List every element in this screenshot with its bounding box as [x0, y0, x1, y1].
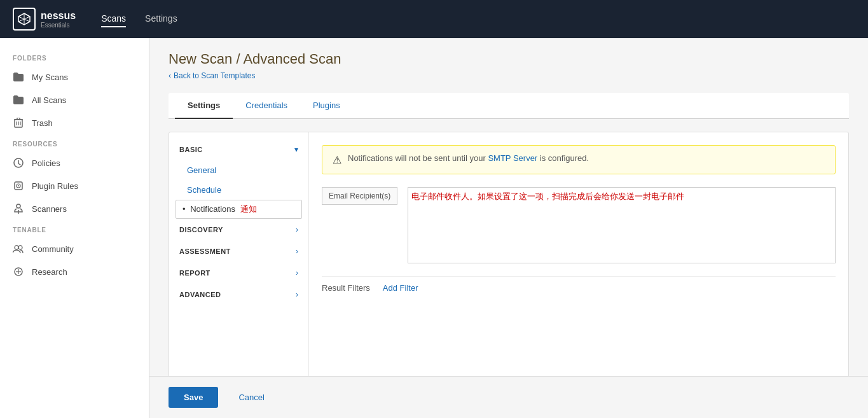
community-label: Community [32, 244, 74, 254]
tabs-bar: Settings Credentials Plugins [169, 93, 849, 119]
sidebar-item-community[interactable]: Community [0, 237, 149, 260]
tab-plugins[interactable]: Plugins [300, 93, 353, 119]
sidebar-item-all-scans[interactable]: All Scans [0, 88, 149, 111]
sidebar-item-plugin-rules[interactable]: Plugin Rules [0, 174, 149, 197]
nav-settings[interactable]: Settings [145, 11, 177, 27]
advanced-arrow: › [296, 290, 298, 299]
back-link-text: Back to Scan Templates [174, 71, 256, 80]
content-panel: BASIC ▾ General Schedule • Notifications… [169, 132, 849, 376]
email-input[interactable] [408, 187, 836, 263]
footer-actions: Save Cancel [149, 376, 868, 418]
assessment-label: ASSESSMENT [179, 247, 231, 255]
panel-body: BASIC ▾ General Schedule • Notifications… [169, 132, 848, 376]
notifications-label: Notifications [190, 204, 235, 214]
basic-arrow: ▾ [294, 145, 298, 154]
policies-icon [13, 157, 24, 169]
report-arrow: › [296, 268, 298, 277]
top-nav: nessus Essentials Scans Settings [0, 0, 868, 38]
email-form-row: Email Recipient(s) [322, 187, 836, 263]
nav-links: Scans Settings [101, 11, 177, 27]
content-area: New Scan / Advanced Scan ‹ Back to Scan … [149, 38, 868, 376]
section-discovery[interactable]: DISCOVERY › [169, 219, 308, 240]
section-advanced[interactable]: ADVANCED › [169, 284, 308, 305]
panel-item-notifications[interactable]: • Notifications 通知 [176, 200, 302, 219]
back-link[interactable]: ‹ Back to Scan Templates [169, 71, 849, 80]
svg-point-15 [18, 185, 19, 186]
save-button[interactable]: Save [169, 387, 218, 408]
logo-svg [17, 12, 31, 26]
folders-label: FOLDERS [0, 48, 149, 66]
panel-main: ⚠ Notifications will not be sent until y… [309, 132, 848, 376]
trash-label: Trash [32, 118, 53, 128]
svg-point-18 [15, 246, 18, 249]
tenable-label: TENABLE [0, 220, 149, 237]
policies-label: Policies [32, 158, 60, 168]
tab-credentials[interactable]: Credentials [233, 93, 300, 119]
logo-icon [13, 8, 36, 31]
panel-item-general[interactable]: General [169, 160, 308, 180]
sidebar-item-policies[interactable]: Policies [0, 151, 149, 174]
section-report[interactable]: REPORT › [169, 262, 308, 284]
advanced-label: ADVANCED [179, 291, 221, 298]
tab-settings[interactable]: Settings [175, 93, 233, 119]
email-label-box: Email Recipient(s) [322, 187, 397, 205]
svg-point-19 [18, 246, 22, 249]
panel-sidebar: BASIC ▾ General Schedule • Notifications… [169, 132, 309, 376]
discovery-arrow: › [296, 225, 298, 234]
trash-icon [13, 117, 24, 129]
section-assessment[interactable]: ASSESSMENT › [169, 240, 308, 262]
report-label: REPORT [179, 269, 210, 277]
sidebar-item-research[interactable]: Research [0, 260, 149, 283]
research-icon [13, 266, 24, 277]
sidebar-item-scanners[interactable]: Scanners [0, 197, 149, 220]
discovery-label: DISCOVERY [179, 226, 223, 233]
sidebar-item-my-scans[interactable]: My Scans [0, 66, 149, 88]
page-title: New Scan / Advanced Scan [169, 51, 849, 67]
result-filters-row: Result Filters Add Filter [322, 276, 836, 299]
resources-label: RESOURCES [0, 134, 149, 151]
logo-text-block: nessus Essentials [41, 10, 76, 29]
research-label: Research [32, 267, 67, 277]
result-filters-label: Result Filters [322, 283, 370, 293]
community-icon [13, 243, 24, 254]
smtp-server-link[interactable]: SMTP Server [488, 153, 537, 163]
scanners-label: Scanners [32, 204, 67, 214]
nav-scans[interactable]: Scans [101, 11, 126, 27]
folder-all-icon [13, 94, 24, 106]
sidebar: FOLDERS My Scans All Scans Trash RESOURC… [0, 38, 149, 418]
my-scans-label: My Scans [32, 73, 68, 82]
all-scans-label: All Scans [32, 95, 66, 105]
sidebar-item-trash[interactable]: Trash [0, 111, 149, 134]
plugin-rules-label: Plugin Rules [32, 181, 78, 191]
scanners-icon [13, 203, 24, 214]
svg-point-16 [17, 204, 20, 208]
logo: nessus Essentials [13, 8, 76, 31]
back-chevron: ‹ [169, 71, 171, 80]
logo-name: nessus [41, 10, 76, 21]
main-layout: FOLDERS My Scans All Scans Trash RESOURC… [0, 38, 868, 418]
section-basic[interactable]: BASIC ▾ [169, 139, 308, 160]
logo-sub: Essentials [41, 22, 76, 29]
basic-label: BASIC [179, 146, 203, 153]
warning-icon: ⚠ [333, 154, 341, 166]
panel-item-schedule[interactable]: Schedule [169, 180, 308, 200]
plugin-rules-icon [13, 180, 24, 192]
warning-box: ⚠ Notifications will not be sent until y… [322, 145, 836, 174]
folder-icon [13, 71, 24, 83]
add-filter-link[interactable]: Add Filter [383, 283, 418, 293]
assessment-arrow: › [296, 247, 298, 256]
cancel-button[interactable]: Cancel [228, 387, 274, 408]
warning-text: Notifications will not be sent until you… [348, 153, 589, 163]
